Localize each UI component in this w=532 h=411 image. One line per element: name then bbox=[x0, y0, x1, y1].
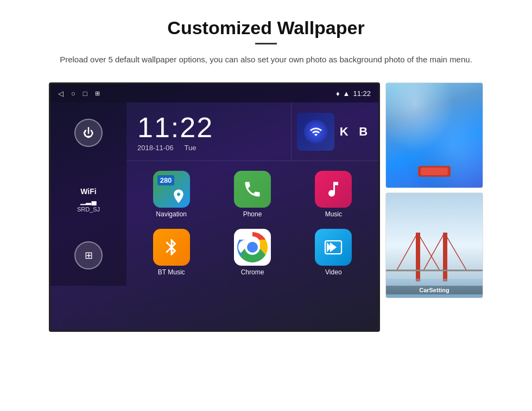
power-icon: ⏻ bbox=[83, 127, 94, 139]
status-right: ♦ ▲ 11:22 bbox=[336, 89, 371, 98]
wifi-name: SRD_SJ bbox=[77, 206, 100, 213]
svg-point-2 bbox=[247, 242, 258, 253]
location-icon: ♦ bbox=[336, 89, 340, 98]
app-bt-music[interactable]: BT Music bbox=[132, 224, 211, 280]
svg-line-10 bbox=[445, 233, 467, 270]
wallpaper-bridge[interactable]: CarSetting bbox=[385, 192, 483, 298]
clock-time: 11:22 bbox=[137, 111, 280, 144]
recent-icon[interactable]: □ bbox=[83, 89, 87, 98]
photo-icon: ⊞ bbox=[95, 90, 100, 97]
clock-date: 2018-11-06 Tue bbox=[137, 144, 280, 152]
k-widget[interactable]: K bbox=[334, 122, 354, 142]
app-chrome[interactable]: Chrome bbox=[213, 224, 292, 280]
app-video[interactable]: Video bbox=[294, 224, 373, 280]
wallpaper-panel: CarSetting bbox=[385, 82, 483, 298]
wifi-icon: ▲ bbox=[343, 89, 350, 98]
android-screen: ◁ ○ □ ⊞ ♦ ▲ 11:22 ⏻ WiFi bbox=[49, 82, 380, 332]
app-video-label: Video bbox=[325, 268, 341, 276]
app-phone-label: Phone bbox=[243, 210, 262, 218]
wallpaper-ice[interactable] bbox=[385, 82, 483, 188]
app-navigation[interactable]: 280 Navigation bbox=[132, 166, 211, 222]
wifi-bars: ▁▂▄ bbox=[77, 197, 100, 205]
wifi-widget[interactable] bbox=[297, 113, 334, 151]
status-bar: ◁ ○ □ ⊞ ♦ ▲ 11:22 bbox=[50, 84, 378, 102]
power-button[interactable]: ⏻ bbox=[74, 119, 103, 147]
svg-line-5 bbox=[397, 233, 418, 270]
apps-grid-icon: ⊞ bbox=[85, 249, 93, 261]
page-header: Customized Wallpaper Preload over 5 defa… bbox=[27, 0, 505, 77]
wifi-info: WiFi ▁▂▄ SRD_SJ bbox=[77, 187, 100, 213]
android-sidebar: ⏻ WiFi ▁▂▄ SRD_SJ ⊞ bbox=[50, 102, 126, 286]
widget-area: K B bbox=[292, 102, 378, 160]
app-grid: 280 Navigation bbox=[126, 161, 378, 286]
main-content: 11:22 2018-11-06 Tue bbox=[126, 102, 378, 286]
title-divider bbox=[255, 43, 277, 44]
sidebar-top: ⏻ bbox=[74, 119, 103, 147]
clock-area: 11:22 2018-11-06 Tue bbox=[126, 102, 292, 160]
clock-date-value: 2018-11-06 bbox=[137, 144, 174, 152]
svg-line-7 bbox=[417, 233, 440, 270]
b-label: B bbox=[359, 125, 368, 139]
k-label: K bbox=[340, 125, 349, 139]
app-bt-music-label: BT Music bbox=[158, 268, 185, 276]
app-navigation-label: Navigation bbox=[156, 210, 187, 218]
app-phone[interactable]: Phone bbox=[213, 166, 292, 222]
clock-day-value: Tue bbox=[185, 144, 197, 152]
status-time: 11:22 bbox=[353, 89, 371, 98]
page-description: Preload over 5 default wallpaper options… bbox=[60, 53, 472, 66]
top-section: 11:22 2018-11-06 Tue bbox=[126, 102, 378, 161]
wifi-label: WiFi bbox=[77, 187, 100, 196]
content-area: ◁ ○ □ ⊞ ♦ ▲ 11:22 ⏻ WiFi bbox=[0, 77, 532, 343]
b-widget[interactable]: B bbox=[354, 122, 373, 142]
status-left: ◁ ○ □ ⊞ bbox=[58, 89, 100, 98]
app-music-label: Music bbox=[325, 210, 342, 218]
app-music[interactable]: Music bbox=[294, 166, 373, 222]
apps-button[interactable]: ⊞ bbox=[74, 241, 103, 269]
svg-marker-4 bbox=[332, 244, 337, 251]
page-title: Customized Wallpaper bbox=[60, 17, 472, 38]
app-chrome-label: Chrome bbox=[241, 268, 264, 276]
svg-line-8 bbox=[423, 233, 445, 270]
home-icon[interactable]: ○ bbox=[71, 89, 75, 98]
carsetting-label: CarSetting bbox=[386, 286, 483, 294]
back-icon[interactable]: ◁ bbox=[58, 89, 64, 98]
android-body: ⏻ WiFi ▁▂▄ SRD_SJ ⊞ 11:22 bbox=[50, 102, 378, 286]
